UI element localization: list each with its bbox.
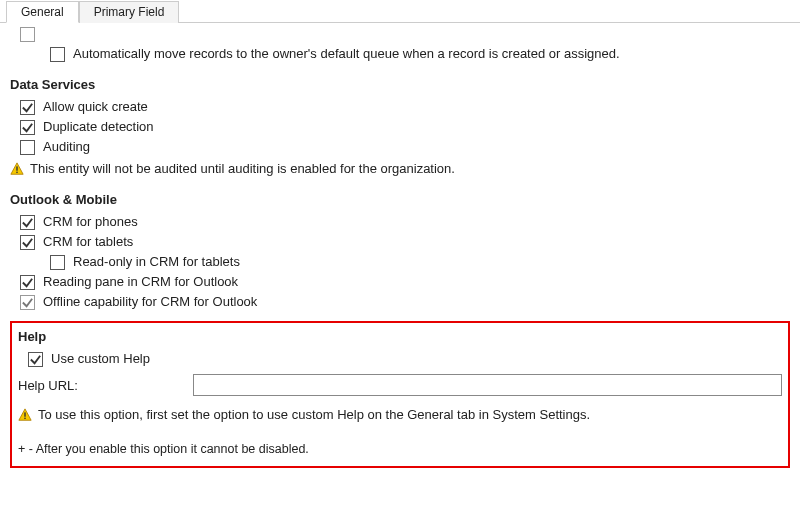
help-url-input[interactable] bbox=[193, 374, 782, 396]
tab-primary-field[interactable]: Primary Field bbox=[79, 1, 180, 23]
allow-quick-create-checkbox[interactable] bbox=[20, 100, 35, 115]
crm-for-phones-row: CRM for phones bbox=[10, 213, 790, 231]
reading-pane-checkbox[interactable] bbox=[20, 275, 35, 290]
auto-move-checkbox[interactable] bbox=[50, 47, 65, 62]
crm-for-phones-label: CRM for phones bbox=[43, 213, 138, 231]
reading-pane-row: Reading pane in CRM for Outlook bbox=[10, 273, 790, 291]
help-footnote: + - After you enable this option it cann… bbox=[18, 442, 782, 456]
allow-quick-create-label: Allow quick create bbox=[43, 98, 148, 116]
auditing-row: Auditing bbox=[10, 138, 790, 156]
auditing-checkbox[interactable] bbox=[20, 140, 35, 155]
offline-checkbox bbox=[20, 295, 35, 310]
duplicate-detection-checkbox[interactable] bbox=[20, 120, 35, 135]
outlook-mobile-title: Outlook & Mobile bbox=[10, 192, 790, 207]
queues-row: Queues bbox=[10, 25, 790, 43]
help-warning-row: To use this option, first set the option… bbox=[18, 406, 782, 424]
svg-rect-1 bbox=[16, 166, 17, 170]
crm-for-tablets-checkbox[interactable] bbox=[20, 235, 35, 250]
crm-for-tablets-label: CRM for tablets bbox=[43, 233, 133, 251]
warning-icon bbox=[18, 408, 32, 422]
svg-rect-4 bbox=[24, 412, 25, 416]
svg-rect-5 bbox=[24, 418, 25, 419]
svg-rect-2 bbox=[16, 172, 17, 173]
use-custom-help-label: Use custom Help bbox=[51, 350, 150, 368]
help-warning-text: To use this option, first set the option… bbox=[38, 406, 590, 424]
help-url-label: Help URL: bbox=[18, 378, 193, 393]
crm-for-phones-checkbox[interactable] bbox=[20, 215, 35, 230]
tab-bar: General Primary Field bbox=[0, 0, 800, 23]
help-url-row: Help URL: bbox=[18, 374, 782, 396]
readonly-tablets-checkbox[interactable] bbox=[50, 255, 65, 270]
crm-for-tablets-row: CRM for tablets bbox=[10, 233, 790, 251]
data-services-title: Data Services bbox=[10, 77, 790, 92]
audit-warning-text: This entity will not be audited until au… bbox=[30, 160, 455, 178]
warning-icon bbox=[10, 162, 24, 176]
duplicate-detection-label: Duplicate detection bbox=[43, 118, 154, 136]
content-panel: Queues Automatically move records to the… bbox=[0, 23, 800, 478]
tab-general[interactable]: General bbox=[6, 1, 79, 23]
reading-pane-label: Reading pane in CRM for Outlook bbox=[43, 273, 238, 291]
use-custom-help-row: Use custom Help bbox=[18, 350, 782, 368]
help-title: Help bbox=[18, 329, 782, 344]
use-custom-help-checkbox[interactable] bbox=[28, 352, 43, 367]
auditing-label: Auditing bbox=[43, 138, 90, 156]
auto-move-row: Automatically move records to the owner'… bbox=[10, 45, 790, 63]
allow-quick-create-row: Allow quick create bbox=[10, 98, 790, 116]
queues-checkbox[interactable] bbox=[20, 27, 35, 42]
readonly-tablets-row: Read-only in CRM for tablets bbox=[10, 253, 790, 271]
audit-warning-row: This entity will not be audited until au… bbox=[10, 160, 790, 178]
offline-row: Offline capability for CRM for Outlook bbox=[10, 293, 790, 311]
auto-move-label: Automatically move records to the owner'… bbox=[73, 45, 620, 63]
help-section-highlight: Help Use custom Help Help URL: To use th… bbox=[10, 321, 790, 468]
offline-label: Offline capability for CRM for Outlook bbox=[43, 293, 257, 311]
duplicate-detection-row: Duplicate detection bbox=[10, 118, 790, 136]
readonly-tablets-label: Read-only in CRM for tablets bbox=[73, 253, 240, 271]
